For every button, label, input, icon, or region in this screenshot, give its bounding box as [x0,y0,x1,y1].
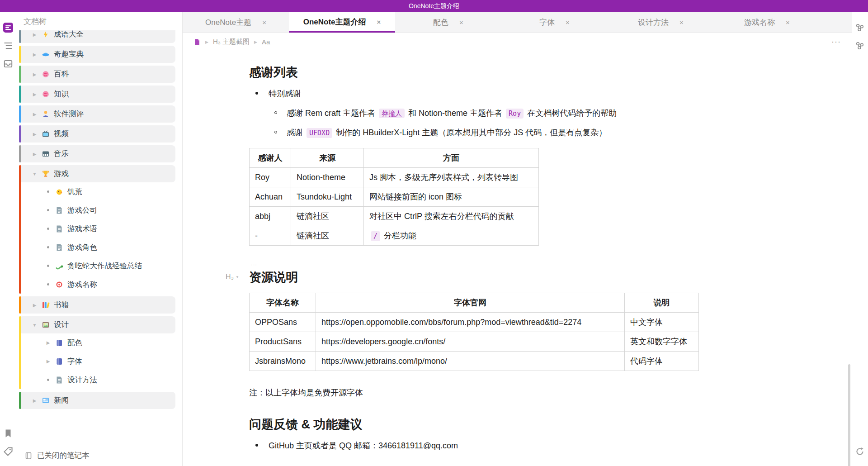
notebook-encyclopedia[interactable]: ▶ 百科 [19,66,175,83]
notebook-design[interactable]: ▼ 设计 ▶ 配色 ▶ 字体 [19,316,175,389]
table-cell[interactable]: 链滴社区 [291,226,364,246]
table-cell[interactable]: Achuan [250,187,291,207]
block-gutter[interactable]: H₃ ▼ [226,273,239,281]
tree-doc-game-companies[interactable]: 游戏公司 [19,201,175,219]
drag-handle-icon[interactable]: ··· [251,57,257,62]
tab-game-names[interactable]: 游戏名称 × [714,12,820,33]
more-options-icon[interactable]: ··· [831,37,841,47]
notebook-video[interactable]: ▶ 视频 [19,125,175,143]
table-cell[interactable]: 网站链接前面的 icon 图标 [364,187,539,207]
document-icon[interactable] [193,38,201,46]
table-cell[interactable]: https://developers.google.cn/fonts/ [316,332,625,352]
list-item-thanks-ufdxd[interactable]: 感谢 UFDXD 制作的 HBuilderX-Light 主题（原本想用其中部分… [249,127,710,139]
graph-panel-icon[interactable] [855,23,865,33]
chevron-right-icon[interactable]: ▶ [32,92,38,97]
tab-onenote-theme[interactable]: OneNote主题 × [183,12,289,33]
table-cell[interactable]: 对社区中 CtrlP 搜索左右分栏代码的贡献 [364,207,539,226]
tab-close-icon[interactable]: × [566,19,570,26]
bookmark-panel-icon[interactable] [3,428,13,438]
column-header[interactable]: 字体官网 [316,293,625,313]
chevron-right-icon[interactable]: ▶ [32,152,38,157]
notebook-software-review[interactable]: ▶ 软件测评 [19,105,175,123]
tree-doc-game-names[interactable]: 游戏名称 [19,275,175,294]
chevron-down-icon[interactable]: ▼ [32,171,38,176]
table-cell[interactable]: Notion-theme [291,168,364,187]
note-paragraph[interactable]: 注：以上字体均是免费开源字体 [249,387,710,398]
notebook-news[interactable]: ▶ 新闻 [19,392,175,409]
app-logo-icon[interactable] [3,23,13,33]
column-header[interactable]: 字体名称 [250,293,316,313]
breadcrumb-heading[interactable]: H₃ 主题截图 [213,38,250,46]
inbox-panel-icon[interactable] [3,59,13,69]
chevron-right-icon[interactable]: ▶ [45,340,51,345]
heading-resources[interactable]: 资源说明 [249,269,710,285]
notebook-knowledge[interactable]: ▶ 知识 [19,86,175,103]
tab-close-icon[interactable]: × [262,19,266,26]
table-cell[interactable]: Tsundoku-Light [291,187,364,207]
tab-fonts[interactable]: 字体 × [501,12,608,33]
chevron-right-icon[interactable]: ▶ [32,32,38,37]
closed-notebooks-button[interactable]: 已关闭的笔记本 [16,445,182,466]
table-cell[interactable]: 代码字体 [625,352,699,371]
column-header[interactable]: 来源 [291,148,364,168]
tree-doc-fonts[interactable]: ▶ 字体 [19,352,175,371]
tab-close-icon[interactable]: × [786,19,790,26]
tree-doc-starvation[interactable]: 饥荒 [19,182,175,201]
tab-close-icon[interactable]: × [679,19,684,26]
list-item-github-contact[interactable]: GitHub 主页或者是 QQ 邮箱：3466181911@qq.com [249,440,710,452]
breadcrumb-text-block[interactable]: Aa [262,38,270,46]
table-cell[interactable]: ProductSans [250,332,316,352]
table-cell[interactable]: 中文字体 [625,313,699,332]
heading-thanks-list[interactable]: 感谢列表 [249,64,710,81]
drag-handle-icon[interactable]: ··· [251,262,257,267]
chevron-right-icon[interactable]: ▶ [32,112,38,117]
table-cell[interactable]: abbj [250,207,291,226]
notebook-idioms[interactable]: ▶ 成语大全 [19,30,175,43]
tree-doc-color-scheme[interactable]: ▶ 配色 [19,333,175,352]
tag-panel-icon[interactable] [3,447,13,456]
table-cell[interactable]: Js 脚本，多级无序列表样式，列表转导图 [364,168,539,187]
notebook-fun-facts[interactable]: ▶ 奇趣宝典 [19,46,175,63]
chevron-right-icon[interactable]: ▶ [32,132,38,137]
sync-refresh-icon[interactable] [855,447,865,456]
table-cell[interactable]: 链滴社区 [291,207,364,226]
editor-scrollbar[interactable] [848,364,850,466]
tab-design-methods[interactable]: 设计方法 × [608,12,714,33]
tree-doc-snake-experience[interactable]: 贪吃蛇大作战经验总结 [19,257,175,275]
table-cell[interactable]: JsbrainsMono [250,352,316,371]
column-header[interactable]: 说明 [625,293,699,313]
tab-color-scheme[interactable]: 配色 × [395,12,501,33]
table-cell[interactable]: - [250,226,291,246]
tree-doc-design-methods[interactable]: 设计方法 [19,371,175,389]
notebook-games[interactable]: ▼ 游戏 饥荒 游戏公司 [19,165,175,294]
tree-doc-game-characters[interactable]: 游戏角色 [19,238,175,257]
tab-close-icon[interactable]: × [459,19,463,26]
heading-feedback[interactable]: 问题反馈 & 功能建议 [249,416,710,433]
table-cell[interactable]: OPPOSans [250,313,316,332]
outline-panel-icon[interactable] [3,41,13,51]
chevron-down-icon[interactable]: ▼ [236,275,239,279]
chevron-right-icon[interactable]: ▶ [45,359,51,364]
list-item-special-thanks[interactable]: 特别感谢 [249,88,710,100]
drag-handle-icon[interactable]: ··· [251,409,257,414]
editor[interactable]: ··· 感谢列表 特别感谢 感谢 Rem craft 主题作者 莽撞人 和 No… [183,51,852,466]
notebook-music[interactable]: ▶ 音乐 [19,145,175,162]
table-cell[interactable]: Roy [250,168,291,187]
tab-onenote-theme-intro[interactable]: OneNote主题介绍 × [289,12,395,33]
tab-close-icon[interactable]: × [377,18,381,26]
global-graph-icon[interactable] [855,41,865,51]
table-cell[interactable]: https://open.oppomobile.com/bbs/forum.ph… [316,313,625,332]
tree-doc-game-terms[interactable]: 游戏术语 [19,219,175,238]
table-cell[interactable]: 英文和数字字体 [625,332,699,352]
chevron-down-icon[interactable]: ▼ [32,323,38,328]
notebook-books[interactable]: ▶ 书籍 [19,296,175,314]
chevron-right-icon[interactable]: ▶ [32,52,38,57]
column-header[interactable]: 感谢人 [250,148,291,168]
chevron-right-icon[interactable]: ▶ [32,72,38,77]
chevron-right-icon[interactable]: ▶ [32,398,38,403]
list-item-thanks-remcraft[interactable]: 感谢 Rem craft 主题作者 莽撞人 和 Notion-theme 主题作… [249,107,710,119]
column-header[interactable]: 方面 [364,148,539,168]
table-cell[interactable]: https://www.jetbrains.com/lp/mono/ [316,352,625,371]
table-cell[interactable]: / 分栏功能 [364,226,539,246]
chevron-right-icon[interactable]: ▶ [32,303,38,308]
